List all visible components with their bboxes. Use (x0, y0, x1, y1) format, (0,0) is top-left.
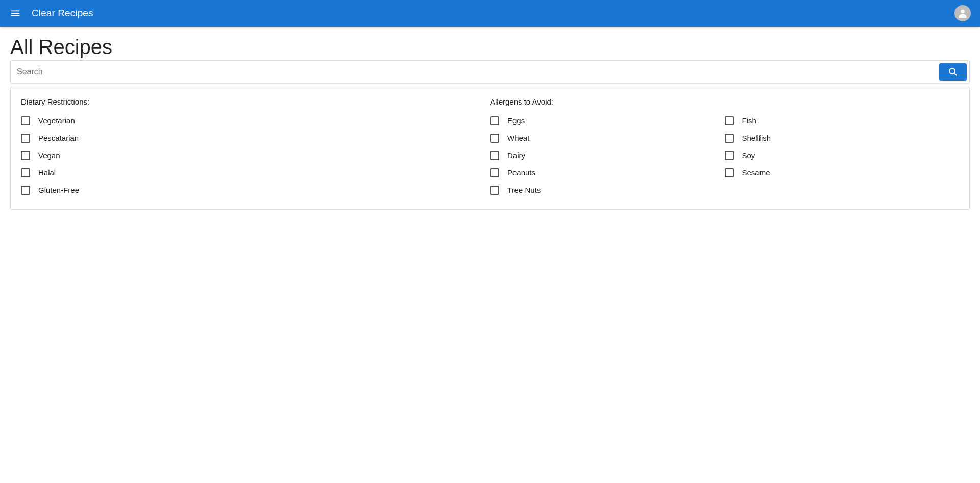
search-bar (10, 60, 970, 84)
checkbox-label: Halal (38, 168, 56, 177)
checkbox-icon (21, 168, 30, 177)
checkbox-wheat[interactable]: Wheat (490, 134, 529, 143)
checkbox-icon (490, 186, 499, 195)
checkbox-gluten-free[interactable]: Gluten-Free (21, 186, 79, 195)
checkbox-eggs[interactable]: Eggs (490, 116, 525, 125)
checkbox-peanuts[interactable]: Peanuts (490, 168, 535, 177)
checkbox-soy[interactable]: Soy (725, 151, 755, 160)
checkbox-icon (725, 151, 734, 160)
checkbox-label: Tree Nuts (507, 186, 541, 195)
checkbox-label: Gluten-Free (38, 186, 79, 195)
checkbox-label: Peanuts (507, 168, 535, 177)
app-title: Clear Recipes (32, 8, 93, 19)
search-input[interactable] (16, 63, 939, 81)
account-circle-icon (955, 6, 970, 20)
filter-panel: Dietary Restrictions: Vegetarian Pescata… (10, 87, 970, 210)
checkbox-icon (725, 134, 734, 143)
svg-point-1 (949, 68, 955, 74)
allergens-section: Allergens to Avoid: Eggs Wheat Dairy (490, 97, 959, 195)
checkbox-icon (490, 168, 499, 177)
dietary-restrictions-section: Dietary Restrictions: Vegetarian Pescata… (21, 97, 490, 195)
search-button[interactable] (939, 63, 967, 81)
checkbox-vegan[interactable]: Vegan (21, 151, 60, 160)
checkbox-label: Wheat (507, 134, 529, 143)
checkbox-sesame[interactable]: Sesame (725, 168, 770, 177)
checkbox-label: Shellfish (742, 134, 771, 143)
checkbox-label: Pescatarian (38, 134, 79, 143)
checkbox-icon (490, 151, 499, 160)
dietary-restrictions-heading: Dietary Restrictions: (21, 97, 490, 106)
menu-icon (10, 8, 21, 19)
checkbox-tree-nuts[interactable]: Tree Nuts (490, 186, 541, 195)
checkbox-label: Fish (742, 116, 756, 125)
checkbox-pescatarian[interactable]: Pescatarian (21, 134, 79, 143)
checkbox-label: Eggs (507, 116, 525, 125)
checkbox-dairy[interactable]: Dairy (490, 151, 525, 160)
checkbox-icon (21, 116, 30, 125)
checkbox-icon (21, 186, 30, 195)
checkbox-label: Vegan (38, 151, 60, 160)
checkbox-label: Soy (742, 151, 755, 160)
search-icon (947, 66, 959, 78)
checkbox-icon (490, 116, 499, 125)
checkbox-icon (21, 151, 30, 160)
page-title: All Recipes (10, 36, 970, 58)
checkbox-icon (725, 168, 734, 177)
allergens-heading: Allergens to Avoid: (490, 97, 959, 106)
checkbox-icon (21, 134, 30, 143)
checkbox-icon (725, 116, 734, 125)
menu-button[interactable] (6, 4, 24, 22)
checkbox-fish[interactable]: Fish (725, 116, 756, 125)
app-bar: Clear Recipes (0, 0, 980, 27)
checkbox-label: Vegetarian (38, 116, 75, 125)
checkbox-halal[interactable]: Halal (21, 168, 56, 177)
checkbox-shellfish[interactable]: Shellfish (725, 134, 771, 143)
main-content: All Recipes Dietary Restrictions: Vegeta… (0, 27, 980, 216)
checkbox-label: Sesame (742, 168, 770, 177)
account-button[interactable] (954, 5, 971, 21)
checkbox-icon (490, 134, 499, 143)
svg-line-2 (954, 73, 957, 75)
svg-point-0 (961, 10, 964, 13)
checkbox-label: Dairy (507, 151, 525, 160)
checkbox-vegetarian[interactable]: Vegetarian (21, 116, 75, 125)
